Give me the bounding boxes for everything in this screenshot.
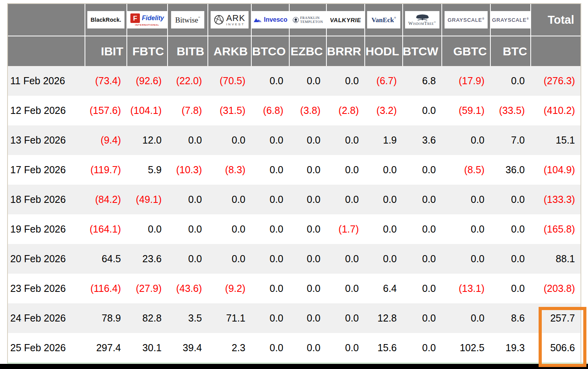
row-date: 25 Feb 2026	[8, 333, 85, 363]
ticker-date-spacer	[8, 36, 85, 66]
flow-value-btcw: 0.0	[403, 244, 441, 274]
flow-value-btc: 0.0	[491, 214, 530, 244]
flow-value-ezbc: 0.0	[290, 214, 326, 244]
table-body: 11 Feb 2026(73.4)(92.6)(22.0)(70.5)0.00.…	[8, 66, 580, 363]
flow-value-hodl: 12.8	[365, 303, 402, 333]
flow-value-gbtc: (13.1)	[442, 274, 490, 303]
table-row: 13 Feb 2026(9.4)12.00.00.00.00.00.01.93.…	[8, 125, 580, 155]
invesco-mountain-icon	[253, 17, 262, 23]
ticker-row: IBITFBTCBITBARKBBTCOEZBCBRRRHODLBTCWGBTC…	[8, 36, 580, 66]
flow-value-arkb: (8.3)	[208, 155, 251, 185]
ticker-btco: BTCO	[252, 36, 289, 66]
flow-value-bitb: 0.0	[168, 244, 207, 274]
header-cell-brrr: VALKYRIE	[327, 4, 364, 36]
flow-value-btcw: 0.0	[403, 185, 441, 214]
header-cell-fbtc: F Fidelity INTERNATIONAL	[127, 4, 167, 36]
flow-value-bitb: 3.5	[168, 303, 207, 333]
flow-value-btc: 0.0	[491, 185, 530, 214]
flow-value-fbtc: 0.0	[127, 214, 167, 244]
row-total-value: (276.3)	[531, 66, 580, 96]
flow-value-hodl: 0.0	[365, 244, 402, 274]
flow-value-ibit: (73.4)	[85, 66, 126, 96]
table-row: 24 Feb 202678.982.83.571.10.00.00.012.80…	[8, 303, 580, 333]
flow-value-bitb: 0.0	[168, 214, 207, 244]
bitwise-logo-text: Bitwise®	[175, 16, 200, 24]
flow-value-gbtc: (17.9)	[442, 66, 490, 96]
flow-value-ibit: (116.4)	[85, 274, 126, 303]
ark-logo-text: ARK	[226, 14, 245, 23]
row-date: 23 Feb 2026	[8, 274, 85, 303]
valkyrie-logo-text: VALKYRIE	[330, 17, 361, 23]
ticker-label: FBTC	[132, 45, 167, 58]
ticker-brrr: BRRR	[327, 36, 364, 66]
franklin-logo-line1: FRANKLIN	[300, 16, 320, 20]
flow-value-fbtc: 82.8	[127, 303, 167, 333]
flow-value-ibit: (84.2)	[85, 185, 126, 214]
ticker-total-spacer	[531, 36, 580, 66]
flow-value-ezbc: 0.0	[290, 303, 326, 333]
flow-value-gbtc: 102.5	[442, 333, 490, 363]
header-cell-btc: GRAYSCALE®	[491, 4, 530, 36]
fidelity-logo: F Fidelity INTERNATIONAL	[127, 11, 167, 28]
flow-value-btc: (33.5)	[491, 96, 530, 125]
flow-value-btco: 0.0	[252, 66, 289, 96]
flow-value-fbtc: (104.1)	[127, 96, 167, 125]
flow-value-btcw: 0.0	[403, 96, 441, 125]
row-date: 19 Feb 2026	[8, 214, 85, 244]
blackrock-logo-text: BlackRock.	[90, 17, 121, 23]
ark-logo-subtext: INVEST	[226, 23, 245, 26]
flow-value-hodl: 0.0	[365, 155, 402, 185]
ticker-label: BITB	[177, 45, 207, 58]
flow-value-hodl: 0.0	[365, 185, 402, 214]
grayscale-logo-1: GRAYSCALE®	[445, 11, 488, 28]
flow-value-ezbc: 0.0	[290, 66, 326, 96]
flow-value-arkb: (70.5)	[208, 66, 251, 96]
flow-value-fbtc: (92.6)	[127, 66, 167, 96]
row-date: 18 Feb 2026	[8, 185, 85, 214]
row-total-value: (104.9)	[531, 155, 580, 185]
flow-value-brrr: 0.0	[327, 125, 364, 155]
table-row: 12 Feb 2026(157.6)(104.1)(7.8)(31.5)(6.8…	[8, 96, 580, 125]
flow-value-arkb: 2.3	[208, 333, 251, 363]
fidelity-f-icon: F	[130, 13, 140, 23]
ticker-btcw: BTCW	[403, 36, 441, 66]
header-cell-btcw: WisdomTree®	[403, 4, 441, 36]
flow-value-ibit: 297.4	[85, 333, 126, 363]
flow-value-bitb: 0.0	[168, 125, 207, 155]
ticker-label: BTC	[503, 45, 530, 58]
etf-flow-table: BlackRock. F Fidelity INTERNATIONAL Bitw…	[7, 3, 581, 363]
flow-value-btc: 7.0	[491, 125, 530, 155]
flow-value-fbtc: 30.1	[127, 333, 167, 363]
flow-value-arkb: 71.1	[208, 303, 251, 333]
flow-value-brrr: 0.0	[327, 244, 364, 274]
flow-value-brrr: (2.8)	[327, 96, 364, 125]
flow-value-arkb: 0.0	[208, 244, 251, 274]
ticker-label: EZBC	[290, 45, 326, 58]
ticker-label: IBIT	[101, 45, 126, 58]
header-cell-gbtc: GRAYSCALE®	[442, 4, 490, 36]
row-date: 17 Feb 2026	[8, 155, 85, 185]
row-total-value: (165.8)	[531, 214, 580, 244]
header-cell-hodl: VanEck®	[365, 4, 402, 36]
flow-value-arkb: 0.0	[208, 125, 251, 155]
flow-value-btc: 19.3	[491, 333, 530, 363]
flow-value-gbtc: 0.0	[442, 303, 490, 333]
wisdomtree-tree-icon	[414, 14, 431, 21]
flow-value-bitb: (10.3)	[168, 155, 207, 185]
ticker-gbtc: GBTC	[442, 36, 490, 66]
flow-value-ezbc: 0.0	[290, 333, 326, 363]
flow-value-fbtc: 23.6	[127, 244, 167, 274]
flow-value-btc: 8.6	[491, 303, 530, 333]
grayscale-logo-text: GRAYSCALE®	[492, 17, 529, 23]
row-date: 24 Feb 2026	[8, 303, 85, 333]
flow-value-hodl: 0.0	[365, 214, 402, 244]
flow-value-brrr: 0.0	[327, 303, 364, 333]
flow-value-btcw: 3.6	[403, 125, 441, 155]
row-date: 13 Feb 2026	[8, 125, 85, 155]
vaneck-logo-text: VanEck®	[371, 17, 396, 23]
logo-header-row: BlackRock. F Fidelity INTERNATIONAL Bitw…	[8, 4, 580, 36]
flow-value-gbtc: 0.0	[442, 244, 490, 274]
flow-value-hodl: (6.7)	[365, 66, 402, 96]
flow-value-btco: (6.8)	[252, 96, 289, 125]
table-row: 11 Feb 2026(73.4)(92.6)(22.0)(70.5)0.00.…	[8, 66, 580, 96]
